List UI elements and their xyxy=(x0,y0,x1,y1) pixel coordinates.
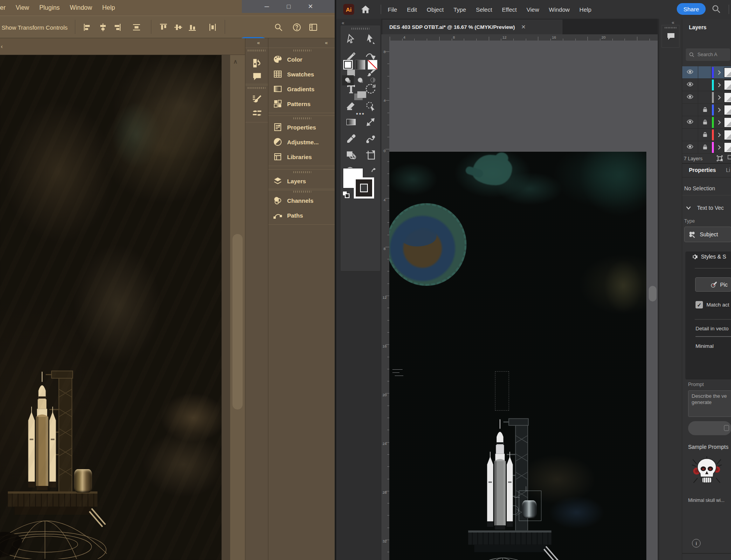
expand-chevron-icon[interactable] xyxy=(715,79,724,91)
lock-toggle[interactable] xyxy=(698,116,711,129)
drag-grip[interactable] xyxy=(248,87,266,89)
home-icon[interactable] xyxy=(360,4,371,14)
menu-item-help[interactable]: Help xyxy=(102,4,115,11)
menu-item-select[interactable]: Select xyxy=(476,6,492,13)
menu-item-type[interactable]: Type xyxy=(453,6,466,13)
layer-thumbnail[interactable] xyxy=(724,80,731,90)
default-fill-stroke-icon[interactable] xyxy=(342,191,350,198)
layer-thumbnail[interactable] xyxy=(724,130,731,140)
draw-inside-mode[interactable] xyxy=(367,75,379,85)
sidebar-item-layers[interactable]: Layers xyxy=(268,174,335,188)
layer-row[interactable] xyxy=(682,79,731,91)
shape-builder-tool[interactable] xyxy=(345,149,357,161)
sidebar-item-color[interactable]: Color xyxy=(268,52,335,67)
visibility-toggle[interactable] xyxy=(682,91,698,104)
artboard-tool[interactable] xyxy=(365,149,376,161)
layer-thumbnail[interactable] xyxy=(724,68,731,77)
stroke-color-swatch[interactable] xyxy=(354,177,374,198)
sidebar-item-swatches[interactable]: Swatches xyxy=(268,67,335,82)
menu-item-edit[interactable]: Edit xyxy=(407,6,417,13)
lock-toggle[interactable] xyxy=(698,104,711,116)
illustrator-canvas-viewport[interactable] xyxy=(389,41,658,560)
lock-toggle[interactable] xyxy=(698,141,711,154)
illustrator-share-button[interactable]: Share xyxy=(677,3,706,15)
new-layer-icon[interactable] xyxy=(727,154,731,161)
edit-toolbar-ellipsis[interactable]: ••• xyxy=(356,110,365,117)
help-icon[interactable] xyxy=(292,23,302,32)
history-icon[interactable] xyxy=(252,58,262,68)
type-dropdown[interactable]: Subject xyxy=(684,227,731,242)
menu-item-view[interactable]: View xyxy=(527,6,539,13)
menu-item-window[interactable]: Window xyxy=(70,4,92,11)
align-top-icon[interactable] xyxy=(159,23,168,32)
layer-thumbnail[interactable] xyxy=(724,105,731,115)
expand-chevron-icon[interactable] xyxy=(715,129,724,141)
scale-tool[interactable] xyxy=(365,116,376,128)
tab-layers[interactable]: Layers xyxy=(689,24,706,30)
expand-chevron-icon[interactable] xyxy=(715,66,724,79)
drag-grip[interactable] xyxy=(293,117,311,119)
drag-grip[interactable] xyxy=(248,50,266,51)
gradient-fill-button[interactable] xyxy=(355,60,366,70)
distribute-h-icon[interactable] xyxy=(132,23,141,32)
layer-row[interactable] xyxy=(682,116,731,129)
collapse-icon-strip[interactable]: « xyxy=(257,40,259,46)
visibility-toggle[interactable] xyxy=(682,79,698,91)
document-tab[interactable]: DES 403 SDP OTBT.ai* @ 16.67 % (CMYK/Pre… xyxy=(382,19,562,34)
puppet-warp-tool[interactable] xyxy=(365,133,376,145)
color-fill-button[interactable] xyxy=(343,60,353,70)
tab-properties[interactable]: Properties xyxy=(689,167,716,173)
app-search-icon[interactable] xyxy=(711,4,721,14)
distribute-v-icon[interactable] xyxy=(208,23,217,32)
selection-tool[interactable] xyxy=(345,33,357,45)
sidebar-item-paths[interactable]: Paths xyxy=(268,208,335,223)
menu-item-object[interactable]: Object xyxy=(427,6,444,13)
canvas-scrollbar-thumb[interactable] xyxy=(649,286,656,301)
layer-thumbnail[interactable] xyxy=(724,118,731,127)
expand-chevron-icon[interactable] xyxy=(715,116,724,129)
visibility-toggle-empty[interactable] xyxy=(682,104,698,116)
drag-grip[interactable] xyxy=(293,171,311,173)
collapse-panel-dock[interactable]: « xyxy=(325,40,327,46)
info-icon[interactable]: i xyxy=(692,539,701,548)
menu-item-window[interactable]: Window xyxy=(549,6,570,13)
menu-item-effect[interactable]: Effect xyxy=(502,6,517,13)
layer-row[interactable] xyxy=(682,104,731,116)
draw-behind-mode[interactable] xyxy=(355,75,366,85)
visibility-toggle[interactable] xyxy=(682,116,698,129)
scroll-up-icon[interactable]: ∧ xyxy=(233,58,238,65)
sidebar-item-patterns[interactable]: Patterns xyxy=(268,96,335,111)
close-button[interactable]: ✕ xyxy=(305,3,316,10)
pick-colors-button[interactable]: Pic xyxy=(695,277,731,292)
menu-item-view[interactable]: View xyxy=(16,4,29,11)
layer-thumbnail[interactable] xyxy=(724,143,731,152)
photoshop-canvas[interactable] xyxy=(0,55,222,560)
menu-item-help[interactable]: Help xyxy=(579,6,591,13)
visibility-toggle-empty[interactable] xyxy=(682,129,698,141)
none-fill-button[interactable] xyxy=(367,60,378,70)
lock-toggle-empty[interactable] xyxy=(698,91,711,104)
tab-close-icon[interactable]: ✕ xyxy=(521,24,526,30)
generate-button[interactable] xyxy=(688,421,731,435)
drag-grip[interactable] xyxy=(665,27,676,28)
menu-item-er[interactable]: er xyxy=(0,4,5,11)
visibility-toggle[interactable] xyxy=(682,66,698,79)
gear-icon[interactable] xyxy=(691,253,698,260)
drag-grip[interactable] xyxy=(293,50,311,51)
maximize-button[interactable]: □ xyxy=(283,3,295,10)
tool-presets-icon[interactable] xyxy=(252,108,262,118)
expand-dock-icon[interactable]: « xyxy=(672,20,674,25)
match-checkbox[interactable]: ✓ xyxy=(696,301,703,308)
layer-row[interactable] xyxy=(682,91,731,104)
sidebar-item-adjustme[interactable]: Adjustme... xyxy=(268,135,335,149)
eraser-tool[interactable] xyxy=(345,100,357,112)
sidebar-item-channels[interactable]: Channels xyxy=(268,193,335,208)
layer-row[interactable] xyxy=(682,129,731,141)
new-artboard-icon[interactable] xyxy=(716,154,724,161)
text-to-vector-section-title[interactable]: Text to Vec xyxy=(697,205,724,211)
workspace-panel-icon[interactable] xyxy=(309,23,318,32)
align-bottom-icon[interactable] xyxy=(188,23,197,32)
lock-toggle-empty[interactable] xyxy=(698,66,711,79)
section-chevron-down-icon[interactable] xyxy=(685,205,692,211)
magic-wand-tool[interactable] xyxy=(365,100,376,112)
